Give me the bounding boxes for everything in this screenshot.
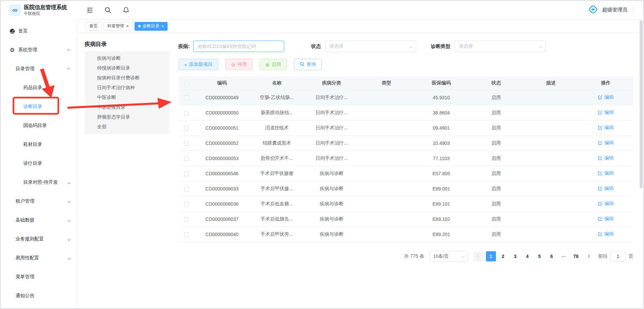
cell-code: CD0000006546 xyxy=(195,166,250,181)
sidebar-item-home[interactable]: 首页 xyxy=(1,22,77,41)
button-label: 启用 xyxy=(272,61,281,68)
status-select[interactable]: 请选择 xyxy=(325,41,416,52)
prev-page-button[interactable] xyxy=(474,251,484,261)
edit-label: 编辑 xyxy=(604,155,614,161)
edit-button[interactable]: 编辑 xyxy=(598,185,614,191)
sidebar-item-catalog-mapping[interactable]: 目录对照-待开发 xyxy=(1,173,77,192)
edit-button[interactable]: 编辑 xyxy=(598,140,614,146)
disease-filter-label: 疾病: xyxy=(178,43,190,50)
catalog-item[interactable]: 中医诊断 xyxy=(85,93,170,102)
cell-category: 疾病与诊断 xyxy=(304,196,359,211)
more-pages-icon[interactable]: ⋯ xyxy=(559,251,569,261)
close-icon[interactable]: × xyxy=(162,24,164,28)
edit-label: 编辑 xyxy=(604,201,614,207)
edit-button[interactable]: 编辑 xyxy=(598,201,614,207)
row-checkbox[interactable] xyxy=(184,232,189,237)
sidebar-item-consumable-catalog[interactable]: 耗材目录 xyxy=(1,135,77,154)
sidebar-item-national-code-catalog[interactable]: 国临码目录 xyxy=(1,116,77,135)
query-button[interactable]: 查询 xyxy=(294,59,322,70)
row-checkbox[interactable] xyxy=(184,187,189,191)
page-button[interactable]: 1 xyxy=(486,251,496,261)
search-icon[interactable] xyxy=(103,5,113,15)
page-size-select[interactable]: 10条/页 xyxy=(430,251,467,262)
edit-button[interactable]: 编辑 xyxy=(598,155,614,161)
page-button[interactable]: 4 xyxy=(522,251,532,261)
scrollbar-thumb[interactable] xyxy=(640,20,643,188)
edit-button[interactable]: 编辑 xyxy=(598,231,614,237)
goto-label: 前往 xyxy=(598,253,608,259)
bell-icon[interactable] xyxy=(121,5,131,15)
catalog-item[interactable]: 疾病与诊断 xyxy=(85,53,170,63)
sidebar-item-catalog-mgmt[interactable]: 目录管理 xyxy=(1,59,77,78)
catalog-item[interactable]: 按病种目录付费诊断 xyxy=(85,73,170,83)
tab-home[interactable]: 首页 xyxy=(86,22,101,31)
sidebar-item-diagnosis-catalog[interactable]: 诊断目录 xyxy=(1,97,77,116)
row-checkbox[interactable] xyxy=(184,141,189,146)
search-icon xyxy=(300,62,304,68)
row-checkbox[interactable] xyxy=(184,172,189,176)
row-checkbox[interactable] xyxy=(184,217,189,222)
row-checkbox[interactable] xyxy=(184,156,189,161)
sidebar-item-business-rules[interactable]: 业务规则配置 xyxy=(1,230,77,249)
disease-search-input[interactable] xyxy=(193,41,284,52)
disable-button[interactable]: ⊖ 停用 xyxy=(226,59,253,70)
add-new-item-button[interactable]: + 添加新项目 xyxy=(178,59,218,70)
col-header-type: 类型 xyxy=(359,76,414,90)
enable-button[interactable]: ⊕ 启用 xyxy=(260,59,287,70)
cell-code: CD0000008033 xyxy=(195,181,250,196)
filter-row: 疾病: 状态 请选择 诊断类型 请选择 xyxy=(178,41,633,52)
next-page-button[interactable] xyxy=(583,251,593,261)
page-button[interactable]: 2 xyxy=(498,251,508,261)
row-checkbox[interactable] xyxy=(184,126,189,131)
tab-bar: 首页 科室管理 × 诊断目录 × xyxy=(78,20,643,33)
diagnosis-table: 编码 名称 疾病分类 类型 医保编码 状态 描述 操作 xyxy=(178,76,633,242)
sidebar-item-usability-config[interactable]: 易用性配置 xyxy=(1,249,77,267)
catalog-item[interactable]: 全部 xyxy=(85,122,170,132)
pagination: 共 775 条 10条/页 1 2 3 4 5 6 ⋯ 78 xyxy=(178,251,633,262)
table-row: CD0000000049 空肠-乙状结肠... 日间手术治疗... 45.931… xyxy=(178,90,633,105)
catalog-item[interactable]: 特慢病诊断目录 xyxy=(85,63,170,73)
catalog-item[interactable]: 中医证候目录 xyxy=(85,102,170,112)
cell-desc xyxy=(524,166,579,181)
select-placeholder: 请选择 xyxy=(329,43,344,49)
edit-button[interactable]: 编辑 xyxy=(598,170,614,176)
edit-button[interactable]: 编辑 xyxy=(598,109,614,115)
cell-code: CD0000008040 xyxy=(195,227,250,242)
button-label: 添加新项目 xyxy=(189,61,213,68)
goto-page-input[interactable] xyxy=(610,251,626,261)
sidebar-item-menu-mgmt[interactable]: 菜单管理 xyxy=(1,267,77,286)
catalog-item[interactable]: 日间手术治疗病种 xyxy=(85,83,170,93)
page-button[interactable]: 78 xyxy=(571,251,581,261)
table-row: CD0000006546 手术后甲状腺瘘 疾病与诊断 E07.805 启用 编辑 xyxy=(178,166,633,181)
user-menu[interactable]: 超级管理员 xyxy=(587,4,643,17)
app-window: ∞ 医院信息管理系统 中联医院 超级管理员 xyxy=(0,0,644,309)
close-icon[interactable]: × xyxy=(126,24,129,28)
edit-button[interactable]: 编辑 xyxy=(598,216,614,222)
diagnosis-type-select[interactable]: 请选择 xyxy=(455,41,546,52)
sidebar-item-treatment-catalog[interactable]: 诊疗目录 xyxy=(1,154,77,173)
row-checkbox[interactable] xyxy=(184,111,189,115)
tab-department-mgmt[interactable]: 科室管理 × xyxy=(104,22,133,31)
page-button[interactable]: 5 xyxy=(534,251,545,261)
page-button[interactable]: 3 xyxy=(510,251,520,261)
catalog-item[interactable]: 肿瘤形态学目录 xyxy=(85,112,170,122)
main-panel: 疾病: 状态 请选择 诊断类型 请选择 + xyxy=(178,41,633,262)
sidebar-item-notice[interactable]: 通知公告 xyxy=(1,286,77,305)
edit-label: 编辑 xyxy=(604,231,614,237)
collapse-sidebar-icon[interactable] xyxy=(85,5,94,15)
sidebar-item-basic-data[interactable]: 基础数据 xyxy=(1,211,77,230)
tab-diagnosis-catalog[interactable]: 诊断目录 × xyxy=(135,22,168,31)
sidebar-item-drug-catalog[interactable]: 药品目录 xyxy=(1,78,77,97)
edit-label: 编辑 xyxy=(604,185,614,191)
edit-button[interactable]: 编辑 xyxy=(598,125,614,131)
page-button[interactable]: 6 xyxy=(547,251,557,261)
sidebar-item-tenant-mgmt[interactable]: 租户管理 xyxy=(1,192,77,211)
cell-insurance-code: 77.1103 xyxy=(414,151,469,166)
select-placeholder: 请选择 xyxy=(459,43,473,49)
row-checkbox[interactable] xyxy=(184,202,189,207)
row-checkbox[interactable] xyxy=(184,96,189,100)
sidebar-item-label: 易用性配置 xyxy=(16,255,39,261)
select-all-checkbox[interactable] xyxy=(184,81,189,86)
edit-button[interactable]: 编辑 xyxy=(598,94,614,100)
sidebar-item-system-mgmt[interactable]: ⚙ 系统管理 xyxy=(1,41,77,59)
